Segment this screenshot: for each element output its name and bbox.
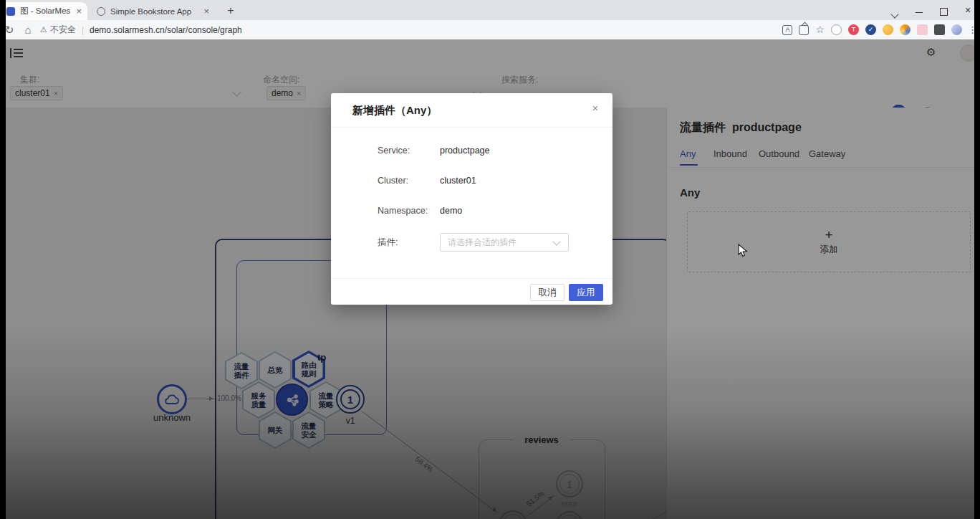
cancel-button[interactable]: 取消: [530, 284, 565, 301]
plus-icon: +: [825, 228, 832, 242]
address-bar[interactable]: ⚠ 不安全 | demo.solarmesh.cn/solar/console/…: [40, 22, 777, 37]
section-heading: Any: [680, 186, 700, 199]
bookmark-star-icon[interactable]: ☆: [815, 24, 825, 35]
extension-pink-icon[interactable]: [917, 24, 928, 35]
panel-title: 流量插件 productpage: [680, 120, 802, 135]
service-label: Service:: [378, 146, 410, 156]
extension-emoji-icon[interactable]: [883, 24, 893, 35]
app-bar: ⚙: [0, 39, 980, 67]
tab-close-icon[interactable]: ×: [76, 6, 82, 16]
globe-favicon: [97, 7, 105, 16]
toolbar-icons: A ☆ T ✓: [782, 24, 962, 35]
namespace-value: demo: [440, 206, 462, 216]
tab-strip: 图 - SolarMesh × Simple Bookstore App × +…: [0, 0, 980, 20]
cloud-icon: [164, 394, 180, 405]
browser-toolbar: ↻ ⌂ ⚠ 不安全 | demo.solarmesh.cn/solar/cons…: [0, 20, 980, 40]
tab-outbound[interactable]: Outbound: [759, 148, 799, 159]
add-plugin-box[interactable]: + 添加: [687, 211, 971, 272]
tab-gateway[interactable]: Gateway: [809, 148, 845, 159]
browser-window: 图 - SolarMesh × Simple Bookstore App × +…: [0, 0, 980, 519]
extension-check-icon[interactable]: ✓: [865, 24, 876, 35]
search-label: 搜索服务:: [501, 74, 538, 86]
v1-node-label: v1: [340, 416, 361, 426]
extension-firefox-icon[interactable]: [900, 24, 911, 35]
divider: [667, 167, 980, 168]
reviews-error-node[interactable]: 1: [556, 470, 583, 497]
add-plugin-modal: 新增插件（Any） × Service: productpage Cluster…: [331, 93, 612, 305]
extensions-puzzle-icon[interactable]: [934, 24, 945, 35]
tab-bookstore[interactable]: Simple Bookstore App ×: [90, 2, 215, 20]
tab-title: 图 - SolarMesh: [20, 6, 70, 16]
namespace-label: Namespace:: [378, 206, 428, 216]
settings-gear-icon[interactable]: ⚙: [926, 46, 936, 59]
ghost-shape: [763, 378, 822, 434]
screen: 图 - SolarMesh × Simple Bookstore App × +…: [0, 0, 980, 519]
edge-label: 100.0%: [217, 394, 241, 402]
new-tab-button[interactable]: +: [222, 3, 239, 20]
tab-inbound[interactable]: Inbound: [714, 148, 747, 159]
extension-smiley-icon[interactable]: [831, 24, 842, 35]
tab-any[interactable]: Any: [680, 148, 696, 159]
tag-remove-icon[interactable]: ×: [54, 87, 58, 100]
collapse-menu-icon[interactable]: [10, 47, 23, 59]
tab-solarmesh[interactable]: 图 - SolarMesh ×: [0, 2, 87, 20]
divider: [331, 278, 612, 279]
warning-icon: ⚠: [40, 25, 47, 34]
productpage-service-node[interactable]: [276, 384, 308, 416]
ghost-shape: [735, 357, 778, 386]
letterbox-right: [974, 0, 980, 519]
active-tab-underline: [680, 164, 698, 166]
tag-remove-icon[interactable]: ×: [297, 87, 301, 100]
unknown-node-label: unknown: [147, 412, 197, 423]
productpage-v1-node[interactable]: 1: [336, 385, 365, 414]
mouse-cursor: [738, 244, 749, 258]
plugin-select[interactable]: 请选择合适的插件: [440, 233, 569, 252]
security-chip[interactable]: 不安全: [50, 24, 76, 36]
cluster-label: 集群:: [20, 74, 39, 86]
cluster-value: cluster01: [440, 176, 476, 186]
namespace-label: 命名空间:: [263, 74, 299, 86]
service-value: productpage: [440, 146, 490, 156]
chevron-down-icon: [552, 237, 560, 245]
profile-avatar-icon[interactable]: [951, 24, 962, 35]
home-icon[interactable]: ⌂: [19, 24, 37, 36]
tab-title: Simple Bookstore App: [110, 7, 198, 16]
reviews-group-label: reviews: [513, 434, 570, 445]
translate-icon[interactable]: A: [782, 25, 792, 35]
partially-hidden-label: tp: [317, 352, 326, 363]
error-node-label: error: [555, 499, 584, 508]
namespace-tag[interactable]: demo ×: [266, 86, 306, 100]
tab-close-icon[interactable]: ×: [203, 6, 209, 16]
divider: [331, 127, 612, 128]
letterbox-left: [0, 0, 6, 519]
solarmesh-favicon: [6, 7, 15, 16]
cluster-label: Cluster:: [378, 176, 408, 186]
edge-unknown-productpage: [188, 399, 215, 399]
cluster-select-chevron-icon[interactable]: [232, 87, 241, 97]
unknown-node[interactable]: [157, 384, 187, 414]
extension-red-icon[interactable]: T: [848, 24, 859, 35]
cluster-tag[interactable]: cluster01 ×: [10, 86, 63, 100]
modal-close-icon[interactable]: ×: [588, 102, 602, 114]
modal-title: 新增插件（Any）: [352, 104, 437, 118]
share-icon: [284, 392, 300, 408]
plugin-select-placeholder: 请选择合适的插件: [448, 237, 554, 249]
reviews-group-box: [479, 439, 605, 519]
panel-service-name: productpage: [732, 121, 802, 133]
add-label: 添加: [820, 244, 838, 256]
url-text[interactable]: demo.solarmesh.cn/solar/console/graph: [90, 25, 242, 35]
plugin-label: 插件:: [378, 237, 398, 249]
share-icon[interactable]: [799, 25, 809, 35]
apply-button[interactable]: 应用: [569, 284, 603, 301]
traffic-plugin-panel: 流量插件 productpage Any Inbound Outbound Ga…: [666, 108, 980, 519]
